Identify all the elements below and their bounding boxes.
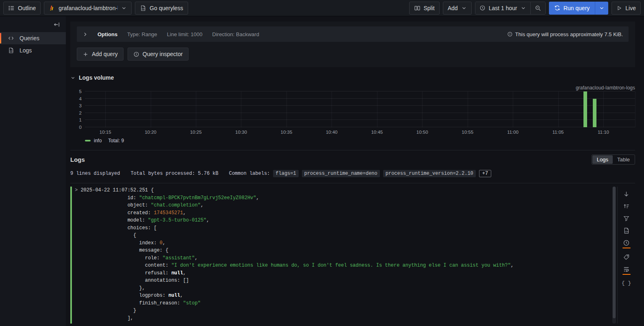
logs-table-toggle: Logs Table bbox=[592, 154, 635, 165]
log-json-line: finish_reason: "stop" bbox=[75, 300, 514, 307]
x-tick-label: 10:40 bbox=[326, 130, 338, 135]
chart-legend: info Total: 9 bbox=[85, 138, 635, 143]
chevron-down-icon bbox=[599, 5, 605, 11]
logs-volume-header[interactable]: Logs volume bbox=[70, 74, 635, 81]
label-chip: process_runtime_name=deno bbox=[302, 170, 380, 177]
log-json-line: > 2025-04-22 11:07:52.251 { bbox=[75, 187, 514, 194]
outline-button[interactable]: Outline bbox=[3, 2, 41, 15]
show-time-button[interactable] bbox=[621, 239, 632, 249]
log-entry-body: > 2025-04-22 11:07:52.251 { id: "chatcmp… bbox=[75, 187, 514, 324]
logs-scrollbar[interactable] bbox=[612, 187, 616, 324]
x-gridline bbox=[377, 91, 377, 127]
toggle-logs[interactable]: Logs bbox=[592, 155, 613, 164]
volume-bar[interactable] bbox=[583, 91, 587, 127]
logs-volume-plot[interactable] bbox=[85, 91, 635, 127]
run-query-button[interactable]: Run query bbox=[549, 2, 595, 15]
split-button[interactable]: Split bbox=[409, 2, 440, 15]
scroll-to-bottom-button[interactable] bbox=[621, 190, 632, 198]
svg-text:LOG: LOG bbox=[10, 50, 13, 52]
volume-bar[interactable] bbox=[593, 99, 596, 127]
x-gridline bbox=[241, 91, 241, 127]
logs-title: Logs bbox=[70, 156, 85, 163]
zoom-out-time-button[interactable] bbox=[530, 2, 545, 14]
x-tick-label: 10:45 bbox=[371, 130, 383, 135]
scrollbar-thumb[interactable] bbox=[613, 187, 616, 318]
query-size-hint: This query will process approximately 7.… bbox=[507, 31, 623, 37]
dedup-logs-button[interactable]: LOG bbox=[621, 226, 632, 235]
go-queryless-button[interactable]: LOG Go queryless bbox=[135, 2, 188, 15]
log-json-line: role: "assistant", bbox=[75, 254, 514, 262]
braces-icon: { } bbox=[622, 280, 631, 286]
add-query-button[interactable]: Add query bbox=[77, 48, 124, 61]
collapse-sidebar-button[interactable] bbox=[53, 21, 60, 28]
x-gridline bbox=[286, 91, 287, 127]
toolbar-left: Outline grafanacloud-lambtron-lo LOG Go … bbox=[3, 2, 188, 15]
x-gridline bbox=[151, 91, 151, 127]
options-toggle[interactable]: Options bbox=[98, 31, 117, 37]
log-json-line: content: "I don't experience emotions li… bbox=[75, 262, 514, 269]
arrow-down-icon bbox=[623, 191, 630, 198]
prettify-json-button[interactable]: { } bbox=[621, 279, 632, 287]
run-query-dropdown[interactable] bbox=[595, 2, 608, 15]
datasource-picker[interactable]: grafanacloud-lambtron-lo bbox=[44, 2, 132, 15]
log-json-line: message: { bbox=[75, 247, 514, 254]
logs-rows: > 2025-04-22 11:07:52.251 { id: "chatcmp… bbox=[70, 183, 635, 324]
log-json-line: object: "chat.completion", bbox=[75, 202, 514, 209]
log-json-line: created: 1745345271, bbox=[75, 209, 514, 217]
y-gridline bbox=[85, 105, 635, 106]
sort-ascending-icon bbox=[623, 203, 630, 210]
filter-button[interactable] bbox=[621, 214, 632, 223]
y-axis: 012345 bbox=[70, 91, 85, 127]
wrap-lines-button[interactable] bbox=[621, 265, 632, 276]
split-icon bbox=[414, 5, 421, 11]
x-gridline bbox=[468, 91, 468, 127]
query-size-hint-text: This query will process approximately 7.… bbox=[515, 31, 623, 37]
explore-main: Options Type: Range Line limit: 1000 Dir… bbox=[70, 16, 644, 326]
add-button[interactable]: Add bbox=[443, 2, 472, 15]
run-query-group: Run query bbox=[549, 2, 609, 15]
chevron-right-icon[interactable] bbox=[82, 32, 88, 37]
live-button[interactable]: Live bbox=[611, 2, 641, 15]
x-gridline bbox=[558, 91, 559, 127]
query-inspector-button[interactable]: Query inspector bbox=[128, 48, 189, 61]
time-picker-group: Last 1 hour bbox=[475, 2, 546, 15]
query-options-bar: Options Type: Range Line limit: 1000 Dir… bbox=[77, 26, 629, 42]
lines-displayed: 9 lines displayed bbox=[70, 171, 120, 176]
queries-panel: Options Type: Range Line limit: 1000 Dir… bbox=[70, 22, 635, 67]
sidebar-item-logs[interactable]: LOG Logs bbox=[0, 44, 66, 57]
toggle-table[interactable]: Table bbox=[613, 155, 634, 164]
x-gridline bbox=[513, 91, 513, 127]
sort-order-button[interactable] bbox=[621, 202, 632, 211]
x-tick-label: 10:35 bbox=[281, 130, 293, 135]
datasource-name: grafanacloud-lambtron-lo bbox=[59, 5, 118, 11]
x-gridline bbox=[422, 91, 423, 127]
y-tick-label: 4 bbox=[79, 96, 82, 101]
active-indicator bbox=[622, 248, 631, 248]
more-labels-button[interactable]: +7 bbox=[479, 170, 491, 177]
clock-icon bbox=[623, 239, 630, 246]
explore-sidebar: Queries LOG Logs bbox=[0, 16, 66, 326]
label-chip: process_runtime_version=2.2.10 bbox=[383, 170, 476, 177]
common-labels-list: flags=1process_runtime_name=denoprocess_… bbox=[273, 170, 476, 177]
svg-text:LOG: LOG bbox=[625, 230, 629, 233]
x-gridline bbox=[332, 91, 332, 127]
toolbar-right: Split Add Last 1 hour bbox=[409, 2, 641, 15]
go-queryless-label: Go queryless bbox=[150, 5, 183, 11]
log-json-line: choices: [ bbox=[75, 224, 514, 232]
chevron-down-icon bbox=[70, 75, 76, 80]
sidebar-item-queries[interactable]: Queries bbox=[0, 32, 66, 44]
unique-labels-button[interactable] bbox=[621, 253, 632, 261]
explore-toolbar: Outline grafanacloud-lambtron-lo LOG Go … bbox=[0, 0, 644, 16]
x-tick-label: 10:50 bbox=[416, 130, 428, 135]
filter-icon bbox=[623, 215, 630, 222]
log-row[interactable]: > 2025-04-22 11:07:52.251 { id: "chatcmp… bbox=[70, 187, 611, 324]
log-json-line: id: "chatcmpl-BPCK7pvtnBm7gLrvj52eeIyZ08… bbox=[75, 194, 514, 202]
time-range-button[interactable]: Last 1 hour bbox=[475, 2, 530, 14]
outline-icon bbox=[8, 5, 15, 11]
log-json-line: { bbox=[75, 232, 514, 239]
logs-controls-rail: LOG { } bbox=[617, 187, 635, 324]
log-json-line: annotations: [] bbox=[75, 277, 514, 285]
logs-volume-chart: 012345 bbox=[70, 91, 635, 127]
x-gridline bbox=[196, 91, 196, 127]
legend-series-label[interactable]: info bbox=[94, 138, 102, 143]
